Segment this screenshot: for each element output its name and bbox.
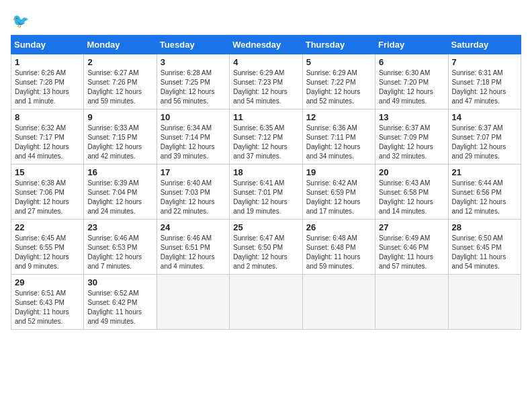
calendar-cell: 3Sunrise: 6:28 AM Sunset: 7:25 PM Daylig… <box>157 54 229 109</box>
day-number: 21 <box>452 167 517 177</box>
day-number: 3 <box>161 57 226 67</box>
weekday-header-friday: Friday <box>375 36 448 54</box>
day-content: Sunrise: 6:48 AM Sunset: 6:48 PM Dayligh… <box>306 234 371 271</box>
logo-icon: 🐦 <box>11 11 30 30</box>
day-number: 6 <box>379 57 444 67</box>
day-content: Sunrise: 6:52 AM Sunset: 6:42 PM Dayligh… <box>87 289 152 326</box>
day-number: 13 <box>379 112 444 122</box>
day-content: Sunrise: 6:46 AM Sunset: 6:51 PM Dayligh… <box>161 234 226 271</box>
calendar-cell: 28Sunrise: 6:50 AM Sunset: 6:45 PM Dayli… <box>448 220 521 275</box>
calendar-cell: 17Sunrise: 6:40 AM Sunset: 7:03 PM Dayli… <box>157 165 229 220</box>
weekday-header-wednesday: Wednesday <box>230 36 302 54</box>
day-content: Sunrise: 6:37 AM Sunset: 7:09 PM Dayligh… <box>379 124 444 161</box>
calendar-header-row: SundayMondayTuesdayWednesdayThursdayFrid… <box>11 36 521 54</box>
day-number: 15 <box>15 167 80 177</box>
calendar-cell: 22Sunrise: 6:45 AM Sunset: 6:55 PM Dayli… <box>11 220 84 275</box>
day-content: Sunrise: 6:29 AM Sunset: 7:22 PM Dayligh… <box>306 68 371 106</box>
day-number: 19 <box>306 167 371 177</box>
calendar-cell <box>157 275 229 330</box>
day-number: 12 <box>306 112 371 122</box>
calendar-cell: 18Sunrise: 6:41 AM Sunset: 7:01 PM Dayli… <box>230 165 302 220</box>
day-content: Sunrise: 6:30 AM Sunset: 7:20 PM Dayligh… <box>379 68 444 106</box>
calendar-cell: 29Sunrise: 6:51 AM Sunset: 6:43 PM Dayli… <box>11 275 84 330</box>
weekday-header-tuesday: Tuesday <box>157 36 229 54</box>
day-number: 22 <box>15 222 80 232</box>
calendar-cell: 13Sunrise: 6:37 AM Sunset: 7:09 PM Dayli… <box>375 109 448 165</box>
calendar-cell: 26Sunrise: 6:48 AM Sunset: 6:48 PM Dayli… <box>302 220 375 275</box>
day-content: Sunrise: 6:47 AM Sunset: 6:50 PM Dayligh… <box>233 234 298 271</box>
day-content: Sunrise: 6:51 AM Sunset: 6:43 PM Dayligh… <box>15 289 80 326</box>
day-content: Sunrise: 6:33 AM Sunset: 7:15 PM Dayligh… <box>87 124 152 161</box>
calendar-cell <box>302 275 375 330</box>
day-number: 27 <box>379 222 444 232</box>
calendar-cell <box>448 275 521 330</box>
calendar-cell: 8Sunrise: 6:32 AM Sunset: 7:17 PM Daylig… <box>11 109 84 165</box>
calendar-cell: 4Sunrise: 6:29 AM Sunset: 7:23 PM Daylig… <box>230 54 302 109</box>
day-number: 16 <box>87 167 152 177</box>
day-content: Sunrise: 6:44 AM Sunset: 6:56 PM Dayligh… <box>452 179 517 216</box>
day-number: 1 <box>15 57 80 67</box>
day-content: Sunrise: 6:31 AM Sunset: 7:18 PM Dayligh… <box>452 68 517 106</box>
day-content: Sunrise: 6:45 AM Sunset: 6:55 PM Dayligh… <box>15 234 80 271</box>
calendar-cell: 16Sunrise: 6:39 AM Sunset: 7:04 PM Dayli… <box>84 165 157 220</box>
day-number: 28 <box>452 222 517 232</box>
calendar-cell: 30Sunrise: 6:52 AM Sunset: 6:42 PM Dayli… <box>84 275 157 330</box>
calendar-cell: 27Sunrise: 6:49 AM Sunset: 6:46 PM Dayli… <box>375 220 448 275</box>
day-content: Sunrise: 6:49 AM Sunset: 6:46 PM Dayligh… <box>379 234 444 271</box>
day-number: 14 <box>452 112 517 122</box>
day-content: Sunrise: 6:36 AM Sunset: 7:11 PM Dayligh… <box>306 124 371 161</box>
day-content: Sunrise: 6:41 AM Sunset: 7:01 PM Dayligh… <box>233 179 298 216</box>
day-number: 23 <box>87 222 152 232</box>
day-content: Sunrise: 6:29 AM Sunset: 7:23 PM Dayligh… <box>233 68 298 106</box>
day-number: 7 <box>452 57 517 67</box>
weekday-header-thursday: Thursday <box>302 36 375 54</box>
day-number: 24 <box>161 222 226 232</box>
calendar-week-4: 22Sunrise: 6:45 AM Sunset: 6:55 PM Dayli… <box>11 220 521 275</box>
logo: 🐦 <box>11 11 32 30</box>
page-header: 🐦 <box>11 11 521 30</box>
weekday-header-sunday: Sunday <box>11 36 84 54</box>
day-content: Sunrise: 6:32 AM Sunset: 7:17 PM Dayligh… <box>15 124 80 161</box>
day-number: 29 <box>15 277 80 287</box>
day-content: Sunrise: 6:26 AM Sunset: 7:28 PM Dayligh… <box>15 68 80 106</box>
day-number: 18 <box>233 167 298 177</box>
calendar-cell <box>230 275 302 330</box>
calendar-week-3: 15Sunrise: 6:38 AM Sunset: 7:06 PM Dayli… <box>11 165 521 220</box>
calendar-cell: 21Sunrise: 6:44 AM Sunset: 6:56 PM Dayli… <box>448 165 521 220</box>
day-number: 2 <box>87 57 152 67</box>
day-number: 30 <box>87 277 152 287</box>
day-content: Sunrise: 6:46 AM Sunset: 6:53 PM Dayligh… <box>87 234 152 271</box>
day-number: 8 <box>15 112 80 122</box>
calendar-cell: 9Sunrise: 6:33 AM Sunset: 7:15 PM Daylig… <box>84 109 157 165</box>
calendar-cell: 2Sunrise: 6:27 AM Sunset: 7:26 PM Daylig… <box>84 54 157 109</box>
calendar-cell: 23Sunrise: 6:46 AM Sunset: 6:53 PM Dayli… <box>84 220 157 275</box>
day-content: Sunrise: 6:43 AM Sunset: 6:58 PM Dayligh… <box>379 179 444 216</box>
calendar-cell: 7Sunrise: 6:31 AM Sunset: 7:18 PM Daylig… <box>448 54 521 109</box>
day-number: 4 <box>233 57 298 67</box>
calendar-cell: 20Sunrise: 6:43 AM Sunset: 6:58 PM Dayli… <box>375 165 448 220</box>
day-content: Sunrise: 6:35 AM Sunset: 7:12 PM Dayligh… <box>233 124 298 161</box>
calendar-cell: 12Sunrise: 6:36 AM Sunset: 7:11 PM Dayli… <box>302 109 375 165</box>
day-content: Sunrise: 6:34 AM Sunset: 7:14 PM Dayligh… <box>161 124 226 161</box>
calendar-cell: 6Sunrise: 6:30 AM Sunset: 7:20 PM Daylig… <box>375 54 448 109</box>
calendar-cell: 11Sunrise: 6:35 AM Sunset: 7:12 PM Dayli… <box>230 109 302 165</box>
day-content: Sunrise: 6:27 AM Sunset: 7:26 PM Dayligh… <box>87 68 152 106</box>
day-number: 20 <box>379 167 444 177</box>
day-number: 17 <box>161 167 226 177</box>
day-content: Sunrise: 6:40 AM Sunset: 7:03 PM Dayligh… <box>161 179 226 216</box>
day-number: 26 <box>306 222 371 232</box>
day-number: 10 <box>161 112 226 122</box>
calendar-week-2: 8Sunrise: 6:32 AM Sunset: 7:17 PM Daylig… <box>11 109 521 165</box>
day-content: Sunrise: 6:38 AM Sunset: 7:06 PM Dayligh… <box>15 179 80 216</box>
calendar-cell: 15Sunrise: 6:38 AM Sunset: 7:06 PM Dayli… <box>11 165 84 220</box>
day-number: 9 <box>87 112 152 122</box>
calendar-week-5: 29Sunrise: 6:51 AM Sunset: 6:43 PM Dayli… <box>11 275 521 330</box>
calendar-week-1: 1Sunrise: 6:26 AM Sunset: 7:28 PM Daylig… <box>11 54 521 109</box>
svg-text:🐦: 🐦 <box>12 13 30 30</box>
calendar-cell: 14Sunrise: 6:37 AM Sunset: 7:07 PM Dayli… <box>448 109 521 165</box>
calendar-cell: 24Sunrise: 6:46 AM Sunset: 6:51 PM Dayli… <box>157 220 229 275</box>
day-content: Sunrise: 6:42 AM Sunset: 6:59 PM Dayligh… <box>306 179 371 216</box>
day-content: Sunrise: 6:39 AM Sunset: 7:04 PM Dayligh… <box>87 179 152 216</box>
day-number: 11 <box>233 112 298 122</box>
day-number: 25 <box>233 222 298 232</box>
